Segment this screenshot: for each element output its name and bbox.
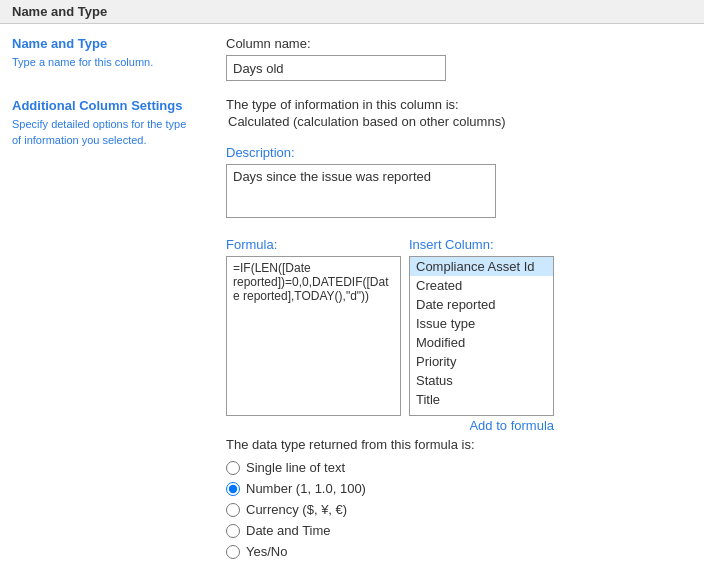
radio-item-single_line[interactable]: Single line of text <box>226 460 688 475</box>
formula-section: Formula: =IF(LEN([Date reported])=0,0,DA… <box>226 237 401 433</box>
formula-insert-row: Formula: =IF(LEN([Date reported])=0,0,DA… <box>226 237 688 433</box>
radio-item-number[interactable]: Number (1, 1.0, 100) <box>226 481 688 496</box>
list-item[interactable]: Compliance Asset Id <box>410 257 553 276</box>
radio-input-single_line[interactable] <box>226 461 240 475</box>
add-to-formula-link[interactable]: Add to formula <box>409 418 554 433</box>
formula-textarea[interactable]: =IF(LEN([Date reported])=0,0,DATEDIF([Da… <box>226 256 401 416</box>
list-item[interactable]: Created <box>410 276 553 295</box>
list-item[interactable]: Date reported <box>410 295 553 314</box>
data-type-text: The data type returned from this formula… <box>226 437 688 452</box>
page-container: Name and Type Name and Type Type a name … <box>0 0 704 570</box>
column-name-group: Column name: <box>226 36 688 81</box>
radio-item-currency[interactable]: Currency ($, ¥, €) <box>226 502 688 517</box>
sidebar-desc-name-type: Type a name for this column. <box>12 55 198 70</box>
sidebar-title-additional: Additional Column Settings <box>12 98 198 113</box>
list-item[interactable]: Modified <box>410 333 553 352</box>
list-item[interactable]: Title <box>410 390 553 409</box>
radio-label-single_line: Single line of text <box>246 460 345 475</box>
radio-input-currency[interactable] <box>226 503 240 517</box>
insert-column-label: Insert Column: <box>409 237 554 252</box>
radio-input-date_time[interactable] <box>226 524 240 538</box>
sidebar-title-name-type: Name and Type <box>12 36 198 51</box>
sidebar-section-additional: Additional Column Settings Specify detai… <box>12 98 198 148</box>
list-item[interactable]: Priority <box>410 352 553 371</box>
radio-label-currency: Currency ($, ¥, €) <box>246 502 347 517</box>
formula-label: Formula: <box>226 237 401 252</box>
description-label: Description: <box>226 145 688 160</box>
radio-item-yes_no[interactable]: Yes/No <box>226 544 688 559</box>
insert-column-section: Insert Column: Compliance Asset IdCreate… <box>409 237 554 433</box>
radio-input-yes_no[interactable] <box>226 545 240 559</box>
column-name-input[interactable] <box>226 55 446 81</box>
main-content: Name and Type Type a name for this colum… <box>0 24 704 570</box>
header-bar: Name and Type <box>0 0 704 24</box>
radio-input-number[interactable] <box>226 482 240 496</box>
sidebar-section-name-type: Name and Type Type a name for this colum… <box>12 36 198 70</box>
column-name-label: Column name: <box>226 36 688 51</box>
radio-label-date_time: Date and Time <box>246 523 331 538</box>
header-title: Name and Type <box>12 4 107 19</box>
insert-column-listbox[interactable]: Compliance Asset IdCreatedDate reportedI… <box>409 256 554 416</box>
description-group: Description: Days since the issue was re… <box>226 145 688 221</box>
description-textarea[interactable]: Days since the issue was reported <box>226 164 496 218</box>
list-item[interactable]: Status <box>410 371 553 390</box>
type-info-line2: Calculated (calculation based on other c… <box>228 114 688 129</box>
radio-label-yes_no: Yes/No <box>246 544 287 559</box>
radio-item-date_time[interactable]: Date and Time <box>226 523 688 538</box>
list-item[interactable]: Issue type <box>410 314 553 333</box>
sidebar: Name and Type Type a name for this colum… <box>0 24 210 570</box>
type-info-line1: The type of information in this column i… <box>226 97 688 112</box>
type-info-group: The type of information in this column i… <box>226 97 688 129</box>
sidebar-desc-additional: Specify detailed options for the type of… <box>12 117 198 148</box>
radio-label-number: Number (1, 1.0, 100) <box>246 481 366 496</box>
right-panel: Column name: The type of information in … <box>210 24 704 570</box>
radio-group: Single line of textNumber (1, 1.0, 100)C… <box>226 460 688 559</box>
